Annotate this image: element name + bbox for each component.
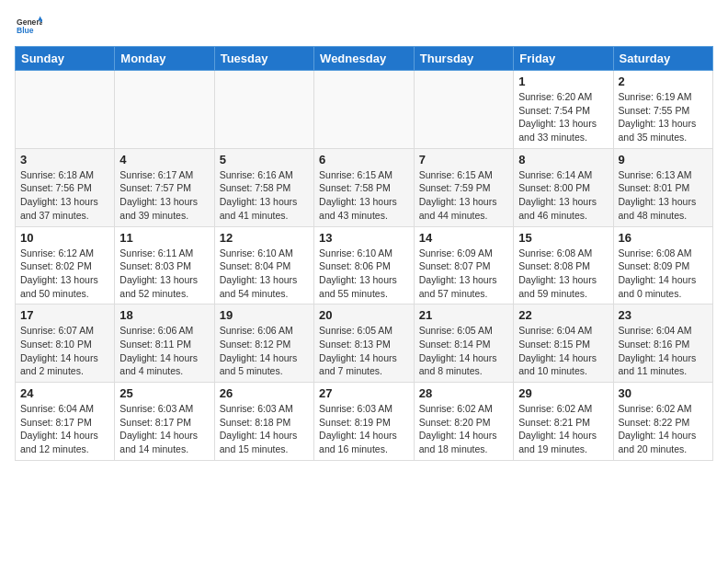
day-info: Sunset: 8:22 PM (619, 416, 709, 430)
day-info: Sunrise: 6:07 AM (20, 324, 109, 338)
day-number: 7 (419, 153, 508, 167)
day-info: Daylight: 14 hours and 11 minutes. (619, 351, 709, 378)
day-number: 17 (20, 308, 109, 322)
calendar-header-tuesday: Tuesday (214, 47, 313, 71)
day-number: 23 (619, 308, 709, 322)
day-info: Sunrise: 6:08 AM (619, 247, 709, 260)
day-info: Daylight: 14 hours and 10 minutes. (518, 351, 608, 378)
day-info: Sunset: 8:16 PM (619, 338, 709, 351)
day-info: Daylight: 14 hours and 8 minutes. (419, 351, 508, 378)
day-info: Sunset: 7:54 PM (518, 104, 608, 118)
day-info: Sunset: 8:01 PM (619, 181, 709, 195)
day-info: Sunrise: 6:05 AM (419, 324, 508, 338)
day-info: Sunrise: 6:04 AM (20, 402, 109, 416)
day-info: Daylight: 14 hours and 19 minutes. (518, 429, 608, 455)
day-info: Sunrise: 6:03 AM (319, 402, 409, 416)
day-number: 24 (20, 386, 109, 400)
calendar-cell: 10Sunrise: 6:12 AMSunset: 8:02 PMDayligh… (16, 226, 115, 304)
day-info: Sunset: 8:17 PM (20, 416, 109, 430)
day-info: Sunrise: 6:11 AM (119, 247, 209, 260)
day-info: Daylight: 13 hours and 59 minutes. (518, 273, 608, 300)
day-info: Sunset: 8:07 PM (419, 259, 508, 273)
day-info: Sunrise: 6:04 AM (619, 324, 709, 338)
calendar-header-wednesday: Wednesday (314, 47, 415, 71)
day-number: 29 (518, 386, 608, 400)
day-number: 5 (220, 153, 309, 167)
day-info: Sunrise: 6:19 AM (619, 90, 709, 104)
day-info: Sunset: 8:00 PM (518, 181, 608, 195)
day-info: Daylight: 14 hours and 4 minutes. (119, 351, 209, 378)
calendar-cell: 5Sunrise: 6:16 AMSunset: 7:58 PMDaylight… (214, 148, 313, 226)
day-info: Daylight: 13 hours and 50 minutes. (20, 273, 109, 300)
day-info: Daylight: 13 hours and 48 minutes. (619, 195, 709, 222)
day-info: Sunrise: 6:08 AM (518, 247, 608, 260)
day-info: Sunrise: 6:15 AM (319, 168, 409, 182)
day-number: 11 (119, 231, 209, 245)
day-info: Daylight: 13 hours and 37 minutes. (20, 195, 109, 222)
calendar-header-saturday: Saturday (613, 47, 713, 71)
calendar-cell: 20Sunrise: 6:05 AMSunset: 8:13 PMDayligh… (314, 304, 415, 383)
day-info: Daylight: 14 hours and 7 minutes. (319, 351, 409, 378)
day-info: Sunrise: 6:03 AM (119, 402, 209, 416)
day-info: Sunrise: 6:12 AM (20, 247, 109, 260)
day-info: Sunset: 8:14 PM (419, 338, 508, 351)
day-number: 26 (220, 386, 309, 400)
day-info: Sunset: 7:55 PM (619, 104, 709, 118)
day-info: Sunrise: 6:10 AM (220, 247, 309, 260)
day-info: Sunset: 8:20 PM (419, 416, 508, 430)
day-number: 28 (419, 386, 508, 400)
calendar-cell (16, 71, 115, 149)
day-info: Sunrise: 6:15 AM (419, 168, 508, 182)
day-info: Sunrise: 6:09 AM (419, 247, 508, 260)
day-info: Daylight: 13 hours and 35 minutes. (619, 117, 709, 144)
calendar-cell: 1Sunrise: 6:20 AMSunset: 7:54 PMDaylight… (514, 71, 613, 149)
day-info: Daylight: 13 hours and 33 minutes. (518, 117, 608, 144)
calendar-week-row: 3Sunrise: 6:18 AMSunset: 7:56 PMDaylight… (16, 148, 713, 226)
calendar-cell: 16Sunrise: 6:08 AMSunset: 8:09 PMDayligh… (613, 226, 713, 304)
calendar-cell: 2Sunrise: 6:19 AMSunset: 7:55 PMDaylight… (613, 71, 713, 149)
calendar-cell: 11Sunrise: 6:11 AMSunset: 8:03 PMDayligh… (115, 226, 214, 304)
day-number: 9 (619, 153, 709, 167)
day-info: Sunset: 8:21 PM (518, 416, 608, 430)
day-info: Sunset: 8:12 PM (220, 338, 309, 351)
calendar-cell: 30Sunrise: 6:02 AMSunset: 8:22 PMDayligh… (613, 383, 713, 461)
calendar-cell: 27Sunrise: 6:03 AMSunset: 8:19 PMDayligh… (314, 383, 415, 461)
calendar-table: SundayMondayTuesdayWednesdayThursdayFrid… (15, 46, 713, 461)
day-info: Daylight: 13 hours and 54 minutes. (220, 273, 309, 300)
day-info: Sunrise: 6:06 AM (220, 324, 309, 338)
logo-icon: General Blue (17, 15, 42, 40)
calendar-header-monday: Monday (115, 47, 214, 71)
day-info: Sunset: 8:04 PM (220, 259, 309, 273)
day-number: 25 (119, 386, 209, 400)
day-info: Sunrise: 6:20 AM (518, 90, 608, 104)
day-number: 2 (619, 75, 709, 88)
day-info: Sunrise: 6:02 AM (619, 402, 709, 416)
day-info: Sunrise: 6:14 AM (518, 168, 608, 182)
day-number: 22 (518, 308, 608, 322)
calendar-cell: 4Sunrise: 6:17 AMSunset: 7:57 PMDaylight… (115, 148, 214, 226)
day-info: Sunrise: 6:18 AM (20, 168, 109, 182)
day-info: Sunset: 8:10 PM (20, 338, 109, 351)
calendar-cell (314, 71, 415, 149)
day-info: Sunset: 8:19 PM (319, 416, 409, 430)
day-info: Sunrise: 6:06 AM (119, 324, 209, 338)
day-info: Daylight: 14 hours and 15 minutes. (220, 429, 309, 455)
day-info: Daylight: 14 hours and 14 minutes. (119, 429, 209, 455)
day-info: Sunset: 7:58 PM (220, 181, 309, 195)
day-number: 4 (119, 153, 209, 167)
day-number: 12 (220, 231, 309, 245)
calendar-cell: 19Sunrise: 6:06 AMSunset: 8:12 PMDayligh… (214, 304, 313, 383)
calendar-cell: 3Sunrise: 6:18 AMSunset: 7:56 PMDaylight… (16, 148, 115, 226)
day-number: 6 (319, 153, 409, 167)
day-info: Sunset: 8:09 PM (619, 259, 709, 273)
day-number: 3 (20, 153, 109, 167)
day-info: Daylight: 13 hours and 39 minutes. (119, 195, 209, 222)
day-number: 18 (119, 308, 209, 322)
calendar-cell: 22Sunrise: 6:04 AMSunset: 8:15 PMDayligh… (514, 304, 613, 383)
day-number: 30 (619, 386, 709, 400)
day-info: Sunrise: 6:04 AM (518, 324, 608, 338)
calendar-cell: 12Sunrise: 6:10 AMSunset: 8:04 PMDayligh… (214, 226, 313, 304)
day-info: Sunset: 8:11 PM (119, 338, 209, 351)
day-info: Sunset: 8:13 PM (319, 338, 409, 351)
calendar-cell: 21Sunrise: 6:05 AMSunset: 8:14 PMDayligh… (414, 304, 513, 383)
